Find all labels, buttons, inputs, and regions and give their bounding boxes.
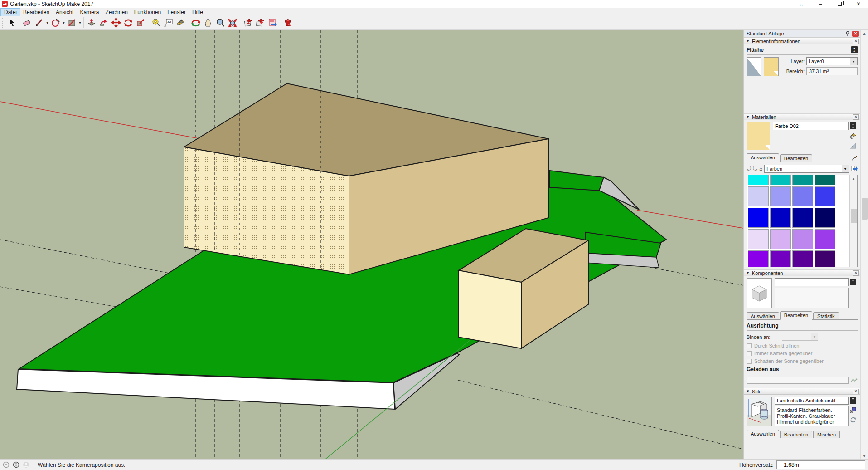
components-tab-auswaehlen[interactable]: Auswählen [747,312,779,319]
share-component-icon[interactable] [266,17,278,29]
geolocation-icon[interactable] [3,461,10,468]
line-tool-dropdown-icon[interactable]: ▾ [45,17,49,29]
color-swatch[interactable] [770,186,791,206]
window-resize-icon[interactable]: ↔ [792,0,811,8]
home-icon[interactable]: ⌂ [759,166,762,172]
color-swatch[interactable] [770,175,791,185]
styles-header[interactable]: ▼ Stile ✕ [744,388,860,395]
entity-info-header[interactable]: ▼ Elementinformationen ✕ [744,38,860,44]
rectangle-tool-icon[interactable] [66,17,78,29]
pan-tool-icon[interactable] [202,17,214,29]
push-pull-tool-icon[interactable] [85,17,97,29]
select-tool-icon[interactable] [5,17,18,29]
color-swatch[interactable] [748,208,769,228]
eraser-tool-icon[interactable] [21,17,33,29]
eyedropper-icon[interactable] [851,155,858,162]
collapse-arrow-icon[interactable]: ▼ [746,389,750,393]
scroll-up-icon[interactable]: ▲ [861,30,868,37]
measurements-input[interactable] [776,460,865,469]
paint-bucket-tool-icon[interactable] [174,17,186,29]
entity-info-close-icon[interactable]: ✕ [853,39,859,44]
menu-ansicht[interactable]: Ansicht [53,9,77,16]
color-swatch[interactable] [748,186,769,206]
menu-hilfe[interactable]: Hilfe [189,9,206,16]
collapse-arrow-icon[interactable]: ▼ [746,115,750,119]
update-style-icon[interactable] [850,416,857,423]
menu-fenster[interactable]: Fenster [164,9,189,16]
material-name-input[interactable] [773,122,849,130]
components-tab-statistik[interactable]: Statistik [813,312,839,319]
style-preview[interactable] [747,397,772,426]
line-tool-icon[interactable] [33,17,45,29]
scroll-up-icon[interactable]: ▲ [850,175,857,182]
component-name-input[interactable] [775,278,849,286]
restore-button[interactable] [830,0,849,8]
components-tab-bearbeiten[interactable]: Bearbeiten [780,311,812,320]
close-button[interactable]: ✕ [849,0,868,8]
move-tool-icon[interactable] [110,17,122,29]
scroll-thumb[interactable] [851,209,857,223]
share-model-icon[interactable] [254,17,266,29]
back-arrow-icon[interactable]: ⤾ [747,166,751,172]
extension-front-face[interactable] [459,270,521,348]
component-preview[interactable] [747,278,772,308]
back-color-swatch[interactable] [764,57,779,76]
color-swatch[interactable] [792,229,813,249]
color-swatch[interactable] [792,175,813,185]
color-swatch[interactable] [770,208,791,228]
orbit-tool-icon[interactable] [189,17,202,29]
color-swatch[interactable] [815,208,835,228]
color-swatch[interactable] [815,250,835,267]
minimize-button[interactable]: – [811,0,830,8]
details-menu-icon[interactable]: ▼+ [850,122,856,129]
color-swatch[interactable] [792,186,813,206]
style-name-input[interactable] [775,397,849,405]
zoom-tool-icon[interactable] [214,17,226,29]
arc-tool-icon[interactable] [49,17,62,29]
materials-close-icon[interactable]: ✕ [853,114,859,120]
menu-funktionen[interactable]: Funktionen [131,9,164,16]
menu-kamera[interactable]: Kamera [77,9,102,16]
color-swatch[interactable] [748,175,769,185]
layer-dropdown[interactable]: Layer0 ▼ [806,57,858,65]
create-style-icon[interactable] [849,406,857,414]
materials-tab-bearbeiten[interactable]: Bearbeiten [780,154,812,162]
details-menu-icon[interactable]: ▼+ [850,279,856,285]
scale-tool-icon[interactable] [134,17,146,29]
details-menu-icon[interactable]: ▼+ [851,46,858,53]
color-swatch[interactable] [748,250,769,267]
sign-in-user-icon[interactable] [23,461,29,468]
materials-header[interactable]: ▼ Materialien ✕ [744,113,860,120]
color-swatch[interactable] [748,229,769,249]
style-description-box[interactable]: Standard-Flächenfarben. Profil-Kanten. G… [775,406,849,426]
color-swatch[interactable] [792,250,813,267]
follow-me-tool-icon[interactable] [97,17,110,29]
materials-tab-auswaehlen[interactable]: Auswählen [747,153,779,162]
menu-zeichnen[interactable]: Zeichnen [102,9,131,16]
arc-tool-dropdown-icon[interactable]: ▾ [62,17,66,29]
color-swatch[interactable] [792,208,813,228]
pin-icon[interactable] [845,31,850,36]
styles-tab-auswaehlen[interactable]: Auswählen [747,430,779,438]
collection-dropdown-arrow-icon[interactable]: ▼ [842,165,849,172]
scroll-thumb[interactable] [862,198,868,220]
material-preview-swatch[interactable] [747,122,770,150]
collection-dropdown[interactable]: Farben ▼ [764,165,849,173]
tape-measure-tool-icon[interactable] [150,17,162,29]
color-swatch[interactable] [770,229,791,249]
styles-tab-mischen[interactable]: Mischen [813,431,840,438]
sample-paint-icon[interactable] [849,142,857,149]
text-tool-icon[interactable]: A1 [162,17,174,29]
color-swatch[interactable] [815,175,835,185]
front-color-swatch[interactable] [747,57,761,76]
menu-bearbeiten[interactable]: Bearbeiten [20,9,53,16]
tray-close-icon[interactable]: ✕ [852,31,859,37]
rotate-tool-icon[interactable] [122,17,134,29]
rectangle-tool-dropdown-icon[interactable]: ▾ [78,17,82,29]
color-swatch[interactable] [815,186,835,206]
extension-warehouse-icon[interactable] [281,17,294,29]
tray-scrollbar[interactable]: ▲ ▼ [860,30,868,459]
collection-options-icon[interactable] [851,166,858,172]
color-swatch[interactable] [770,250,791,267]
layer-dropdown-arrow-icon[interactable]: ▼ [850,58,857,65]
